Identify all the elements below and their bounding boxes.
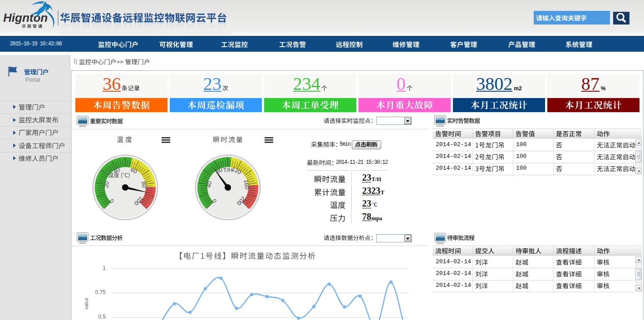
svg-text:20: 20 bbox=[103, 181, 110, 188]
svg-text:T/H: T/H bbox=[223, 167, 233, 173]
svg-text:80: 80 bbox=[140, 181, 148, 188]
svg-text:40: 40 bbox=[205, 181, 213, 188]
